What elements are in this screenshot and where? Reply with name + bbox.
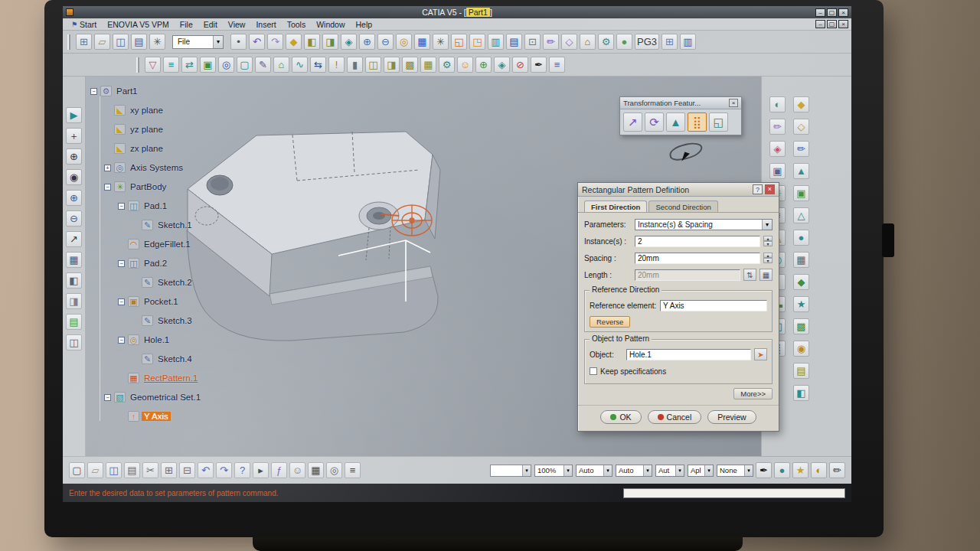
object-picker-icon[interactable]: ➤ [754,348,767,360]
reference-element-input[interactable]: Y Axis [660,300,767,311]
tree-expander-icon[interactable] [132,318,139,324]
menu-window[interactable]: Window [311,18,350,30]
redo2-icon[interactable]: ↷ [216,462,232,478]
sweep-icon[interactable]: ◇ [793,119,809,135]
help-icon[interactable]: ? [753,184,763,194]
mdi-minimize-button[interactable]: – [815,20,825,28]
hatch-icon[interactable]: ▩ [793,318,809,334]
rotate-icon[interactable]: ⟳ [645,112,664,132]
menu-insert[interactable]: Insert [250,18,281,30]
transformation-toolbar[interactable]: Transformation Featur... × ↗⟳▲⣿◱ [619,96,742,135]
mirror-icon[interactable]: ▲ [793,163,809,179]
file-combo[interactable]: File ▾ [172,35,224,49]
tree-item-label[interactable]: Sketch.4 [155,354,194,364]
grid-icon[interactable]: ▦ [414,34,430,50]
tree-item-rectpattern-1[interactable]: ▦ RectPattern.1 [118,371,266,385]
paste-icon[interactable]: ⊟ [179,462,195,478]
hide-show-icon[interactable]: ◫ [66,334,82,350]
transformation-toolbar-titlebar[interactable]: Transformation Featur... × [620,97,741,109]
keep-specifications-checkbox[interactable] [590,367,597,375]
print-icon[interactable]: ▤ [124,462,140,478]
slab-icon[interactable]: ▤ [793,363,809,379]
symmetry-icon[interactable]: ▲ [666,112,685,132]
open-document-icon[interactable]: ▱ [87,462,103,478]
zoom-in-view-icon[interactable]: ⊕ [66,190,82,206]
maximize-button[interactable]: ▢ [827,8,837,17]
tree-item-label[interactable]: Sketch.1 [155,220,194,230]
shade-icon[interactable]: ◧ [66,272,82,289]
window-green-icon[interactable]: ▣ [200,57,216,73]
more-button[interactable]: More>> [733,388,773,399]
surface-icon[interactable]: ◆ [793,96,809,112]
spin-down-icon[interactable]: ▾ [763,241,773,246]
tree-item-label[interactable]: Sketch.2 [155,278,194,287]
pencil2-icon[interactable]: ✏ [829,462,845,478]
zoom-in-icon[interactable]: ⊕ [359,34,375,50]
zoom-out-icon[interactable]: ⊖ [377,34,394,50]
chevron-down-icon[interactable]: ▾ [603,465,612,476]
tree-expander-icon[interactable] [132,279,139,286]
tree-item-geometrical-set-1[interactable]: − ▧ Geometrical Set.1 [104,390,266,404]
spin-up-icon[interactable]: ▴ [763,236,773,241]
tree-item-sketch-1[interactable]: ✎ Sketch.1 [132,218,266,232]
instances-spinner[interactable]: ▴ ▾ [763,236,773,247]
keep-specifications-label[interactable]: Keep specifications [600,367,666,376]
face-icon[interactable]: ☺ [289,462,305,478]
tree-item-axis-systems[interactable]: + ◎ Axis Systems [104,161,266,174]
copy-icon[interactable]: ⊞ [161,462,177,478]
close-icon[interactable]: × [729,99,738,107]
datum-b-icon[interactable]: ◨ [384,57,400,73]
option-field-5[interactable]: None ▾ [717,465,753,477]
fly-mode-icon[interactable]: ▶ [66,107,82,123]
menu-start[interactable]: ⚑ Start [66,18,102,30]
tree-item-partbody[interactable]: − ✳ PartBody [104,180,266,194]
shaft-icon[interactable]: ◨ [322,34,338,50]
layers-icon[interactable]: ▤ [66,314,82,330]
columns-icon[interactable]: ▥ [680,34,696,50]
swap-icon[interactable]: ⇆ [310,57,326,73]
star-icon[interactable]: ★ [793,296,809,312]
new-document-icon[interactable]: ▢ [69,462,85,478]
window-layout-icon[interactable]: ◳ [469,34,485,50]
home-icon[interactable]: ⌂ [580,34,596,50]
pg3-button[interactable]: PG3 [635,34,659,50]
whats-this-icon[interactable]: ▸ [253,462,269,478]
tree-item-label[interactable]: EdgeFillet.1 [142,240,193,249]
catalog-icon[interactable]: ▥ [488,34,504,50]
table-icon[interactable]: ▦ [793,252,809,268]
ok-button[interactable]: OK [600,410,641,424]
select-move-icon[interactable]: ＋ [66,128,82,144]
list-icon[interactable]: ≡ [549,57,565,73]
tree-item-xy-plane[interactable]: ◣ xy plane [104,103,266,117]
reverse-button[interactable]: Reverse [590,316,630,328]
toolbar-grip[interactable] [136,57,139,73]
tree-item-label[interactable]: Pocket.1 [142,297,181,306]
pen-icon[interactable]: ✎ [255,57,271,73]
box-icon[interactable]: ▢ [237,57,253,73]
curve-icon[interactable]: ∿ [292,57,308,73]
zoom-field[interactable]: 100% ▾ [534,465,573,477]
book-icon[interactable]: ▤ [506,34,522,50]
measure-grid-icon[interactable]: ▦ [760,269,773,281]
tree-expander-icon[interactable]: − [104,184,111,191]
tree-item-label[interactable]: Part1 [114,86,140,96]
block-icon[interactable]: ▣ [793,185,809,201]
cancel-button[interactable]: Cancel [648,410,702,424]
tree-item-part1[interactable]: − ⚙ Part1 [90,84,266,98]
preview-button[interactable]: Preview [707,410,756,424]
tree-item-y-axis[interactable]: ↑ Y Axis [118,409,266,423]
tree-item-label[interactable]: Pad.1 [142,201,169,210]
tree-item-label[interactable]: Axis Systems [128,163,185,172]
tree-item-label[interactable]: PartBody [128,182,168,191]
rotate-view-icon[interactable]: ◉ [66,169,82,185]
tree-item-hole-1[interactable]: − ◎ Hole.1 [118,333,266,347]
gear2-icon[interactable]: ⚙ [439,57,455,73]
zoom-out-view-icon[interactable]: ⊖ [66,210,82,227]
chevron-down-icon[interactable]: ▾ [675,465,684,476]
save-document-icon[interactable]: ◫ [106,462,122,478]
burst-icon[interactable]: ✳ [433,34,449,50]
exchange-icon[interactable]: ⇄ [181,57,198,73]
tree-item-pocket-1[interactable]: − ▣ Pocket.1 [118,295,266,308]
tree-expander-icon[interactable] [104,107,111,114]
datum-c-icon[interactable]: ▩ [402,57,418,73]
